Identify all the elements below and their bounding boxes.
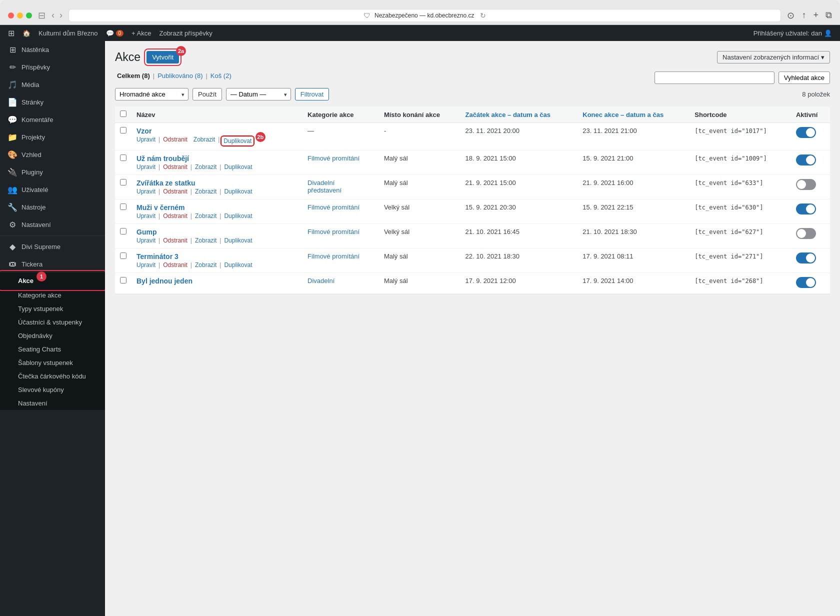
sidebar-submenu-ucastnici[interactable]: Účastníci & vstupenky <box>0 316 105 329</box>
sidebar-item-nastastka[interactable]: ⊞ Nástěnka <box>0 41 105 58</box>
duplikovat-action[interactable]: Duplikovat <box>224 237 252 244</box>
sidebar-submenu-typy[interactable]: Typy vstupenek <box>0 302 105 316</box>
active-toggle[interactable] <box>796 204 816 214</box>
reload-icon[interactable]: ↻ <box>480 12 486 20</box>
share-icon[interactable]: ↑ <box>802 10 806 21</box>
category-link[interactable]: Divadelní <box>308 277 334 284</box>
event-title-link[interactable]: Muži v černém <box>136 204 184 212</box>
row-checkbox[interactable] <box>120 228 126 234</box>
edit-action[interactable]: Upravit <box>136 164 156 170</box>
sidebar-item-stranky[interactable]: 📄 Stránky <box>0 94 105 111</box>
category-link[interactable]: Filmové promítání <box>308 252 360 260</box>
back-icon[interactable]: ‹ <box>52 10 54 20</box>
sidebar-submenu-objednavky[interactable]: Objednávky <box>0 329 105 342</box>
admin-bar-view[interactable]: Zobrazit příspěvky <box>155 25 216 41</box>
admin-bar-new[interactable]: + Akce <box>128 25 155 41</box>
view-action[interactable]: Zobrazit <box>195 212 216 220</box>
sidebar-item-tickera[interactable]: 🎟 Tickera <box>0 256 105 272</box>
delete-action[interactable]: Odstranit <box>163 262 188 268</box>
duplikovat-action[interactable]: Duplikovat <box>222 138 252 144</box>
sidebar-submenu-sablony[interactable]: Šablony vstupenek <box>0 356 105 370</box>
category-link[interactable]: Divadelnípředstavení <box>308 179 342 194</box>
duplikovat-action[interactable]: Duplikovat <box>224 164 252 170</box>
duplikovat-action[interactable]: Duplikovat <box>224 212 252 220</box>
active-toggle[interactable] <box>796 277 816 288</box>
sidebar-item-komentare[interactable]: 💬 Komentáře <box>0 111 105 128</box>
view-action[interactable]: Zobrazit <box>195 188 216 195</box>
sidebar-toggle-icon[interactable]: ⊟ <box>38 10 46 21</box>
search-button[interactable]: Vyhledat akce <box>778 72 830 84</box>
status-link-kos[interactable]: Koš (2) <box>208 72 234 80</box>
delete-action[interactable]: Odstranit <box>163 136 188 146</box>
sidebar-item-nastroje[interactable]: 🔧 Nástroje <box>0 198 105 216</box>
admin-bar-home-icon[interactable]: 🏠 <box>18 25 34 41</box>
select-all-checkbox[interactable] <box>120 110 126 117</box>
status-link-celkem[interactable]: Celkem (8) <box>115 72 152 80</box>
view-action[interactable]: Zobrazit <box>194 136 215 146</box>
search-input[interactable] <box>654 72 774 84</box>
row-checkbox[interactable] <box>120 204 126 210</box>
status-link-publikovano[interactable]: Publikováno (8) <box>156 72 204 80</box>
row-checkbox[interactable] <box>120 277 126 284</box>
sidebar-submenu-ctecka[interactable]: Čtečka čárkového kódu <box>0 370 105 383</box>
sidebar-item-projekty[interactable]: 📁 Projekty <box>0 128 105 146</box>
sidebar-submenu-kategorie[interactable]: Kategorie akce <box>0 288 105 302</box>
duplikovat-action[interactable]: Duplikovat <box>224 188 252 195</box>
view-action[interactable]: Zobrazit <box>195 262 216 268</box>
event-title-link[interactable]: Terminátor 3 <box>136 252 178 260</box>
close-button[interactable] <box>8 12 14 18</box>
delete-action[interactable]: Odstranit <box>163 188 188 195</box>
edit-action[interactable]: Upravit <box>136 262 156 268</box>
event-title-link[interactable]: Gump <box>136 228 156 236</box>
event-title-link[interactable]: Vzor <box>136 127 152 135</box>
maximize-button[interactable] <box>26 12 32 18</box>
sidebar-submenu-akce[interactable]: Akce 1 <box>0 272 105 288</box>
active-toggle[interactable] <box>796 154 816 166</box>
category-link[interactable]: Filmové promítání <box>308 228 360 236</box>
create-button[interactable]: Vytvořit <box>146 51 179 64</box>
download-icon[interactable]: ⊙ <box>787 10 794 21</box>
sidebar-item-uzivatele[interactable]: 👥 Uživatelé <box>0 181 105 198</box>
active-toggle[interactable] <box>796 252 816 264</box>
edit-action[interactable]: Upravit <box>136 188 156 195</box>
new-tab-icon[interactable]: + <box>813 10 818 21</box>
admin-bar-comments[interactable]: 💬 0 <box>102 25 128 41</box>
date-filter-select[interactable]: — Datum — Září 2021 Říjen 2021 Listopad … <box>226 88 291 100</box>
col-end-link[interactable]: Konec akce – datum a čas <box>582 111 664 118</box>
delete-action[interactable]: Odstranit <box>163 212 188 220</box>
admin-bar-user[interactable]: Přihlášený uživatel: dan 👤 <box>750 25 836 41</box>
sidebar-item-vzhled[interactable]: 🎨 Vzhled <box>0 146 105 164</box>
forward-icon[interactable]: › <box>60 10 62 20</box>
sidebar-item-divi[interactable]: ◆ Divi Supreme <box>0 238 105 256</box>
category-link[interactable]: Filmové promítání <box>308 204 360 211</box>
sidebar-submenu-nastaveni[interactable]: Nastavení <box>0 396 105 410</box>
sidebar-item-prispevky[interactable]: ✏ Příspěvky <box>0 58 105 76</box>
admin-bar-wp-logo[interactable]: ⊞ <box>4 25 18 41</box>
duplikovat-action[interactable]: Duplikovat <box>224 262 252 268</box>
col-start-link[interactable]: Začátek akce – datum a čas <box>466 111 551 118</box>
view-action[interactable]: Zobrazit <box>195 164 216 170</box>
sidebar-item-media[interactable]: 🎵 Média <box>0 76 105 94</box>
settings-button[interactable]: Nastavení zobrazených informací ▾ <box>717 51 830 64</box>
event-title-link[interactable]: Už nám troubějí <box>136 154 189 162</box>
event-title-link[interactable]: Zvířátka ze statku <box>136 179 196 187</box>
edit-action[interactable]: Upravit <box>136 136 156 146</box>
url-bar[interactable]: 🛡 Nezabezpečeno — kd.obecbrezno.cz ↻ <box>68 9 781 22</box>
category-link[interactable]: Filmové promítání <box>308 154 360 162</box>
row-checkbox[interactable] <box>120 179 126 186</box>
row-checkbox[interactable] <box>120 127 126 134</box>
sidebar-submenu-slevy[interactable]: Slevové kupóny <box>0 383 105 396</box>
admin-bar-site-name[interactable]: Kulturní dům Březno <box>34 25 102 41</box>
active-toggle[interactable] <box>796 179 816 190</box>
sidebar-submenu-seating[interactable]: Seating Charts <box>0 342 105 356</box>
active-toggle[interactable] <box>796 127 816 138</box>
minimize-button[interactable] <box>17 12 23 18</box>
apply-button[interactable]: Použít <box>192 88 222 100</box>
row-checkbox[interactable] <box>120 154 126 161</box>
delete-action[interactable]: Odstranit <box>163 164 188 170</box>
event-title-link[interactable]: Byl jednou jeden <box>136 277 192 285</box>
edit-action[interactable]: Upravit <box>136 237 156 244</box>
sidebar-item-nastaveni[interactable]: ⚙ Nastavení <box>0 216 105 234</box>
view-action[interactable]: Zobrazit <box>195 237 216 244</box>
bulk-actions-select[interactable]: Hromadné akce Upravit Přesunout do koše <box>115 88 188 100</box>
